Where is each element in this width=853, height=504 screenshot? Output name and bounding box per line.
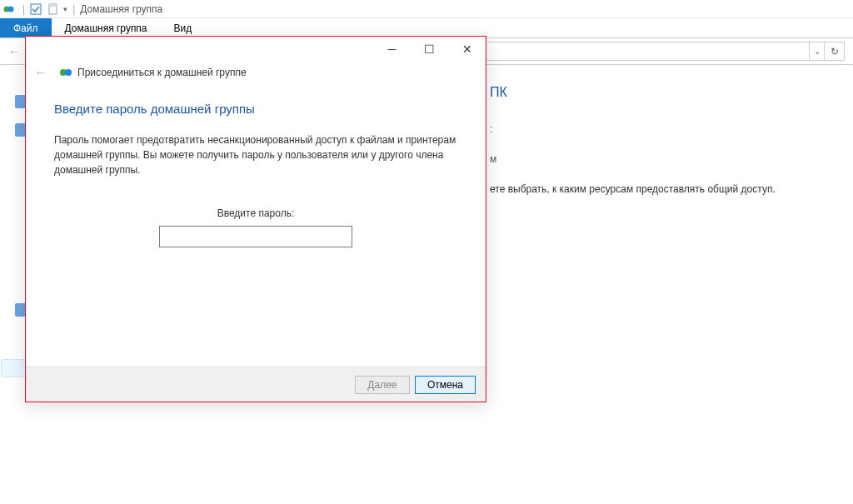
svg-point-6 <box>65 69 72 76</box>
svg-rect-2 <box>31 4 41 14</box>
password-prompt-label: Введите пароль: <box>54 207 457 219</box>
join-homegroup-dialog: ─ ☐ ✕ ← Присоединиться к домашней группе… <box>25 36 486 402</box>
dialog-header-title: Присоединиться к домашней группе <box>77 67 247 78</box>
dialog-footer: Далее Отмена <box>26 367 486 402</box>
qat-overflow-icon[interactable]: ▾ <box>63 5 67 13</box>
main-heading: ПК <box>490 85 836 100</box>
window-title-bar: | ▾ | Домашняя группа <box>0 0 853 18</box>
svg-rect-4 <box>49 4 57 7</box>
nav-back-button[interactable]: ← <box>5 42 23 61</box>
minimize-button[interactable]: ─ <box>373 37 411 62</box>
dialog-back-icon: ← <box>34 65 47 80</box>
main-sub-1: : <box>490 123 836 135</box>
main-sub-2: м <box>490 153 836 165</box>
dialog-titlebar: ─ ☐ ✕ <box>26 37 486 62</box>
ribbon-tab-file[interactable]: Файл <box>0 18 52 37</box>
ribbon-tab-view[interactable]: Вид <box>161 18 206 37</box>
homegroup-app-icon <box>3 3 15 15</box>
cancel-button[interactable]: Отмена <box>415 376 476 394</box>
separator: | <box>22 3 25 15</box>
address-dropdown-icon[interactable]: ⌄ <box>810 42 825 61</box>
separator: | <box>72 3 75 15</box>
nav-arrows: ← <box>5 42 23 61</box>
refresh-button[interactable]: ↻ <box>825 42 845 61</box>
dialog-header: ← Присоединиться к домашней группе <box>26 62 486 83</box>
main-body-text: ете выбрать, к каким ресурсам предоставл… <box>490 183 836 195</box>
password-input[interactable] <box>159 226 352 247</box>
page-icon <box>47 3 59 15</box>
dialog-body: Введите пароль домашней группы Пароль по… <box>26 83 486 266</box>
window-title-text: Домашняя группа <box>80 3 162 15</box>
maximize-button[interactable]: ☐ <box>411 37 448 62</box>
close-button[interactable]: ✕ <box>448 37 486 62</box>
checkbox-icon[interactable] <box>30 3 42 15</box>
next-button[interactable]: Далее <box>355 376 410 394</box>
ribbon-tab-homegroup[interactable]: Домашняя группа <box>52 18 161 37</box>
dialog-heading: Введите пароль домашней группы <box>54 102 457 116</box>
svg-point-1 <box>8 6 14 12</box>
dialog-description: Пароль помогает предотвратить несанкцион… <box>54 132 457 177</box>
homegroup-icon <box>59 66 72 79</box>
